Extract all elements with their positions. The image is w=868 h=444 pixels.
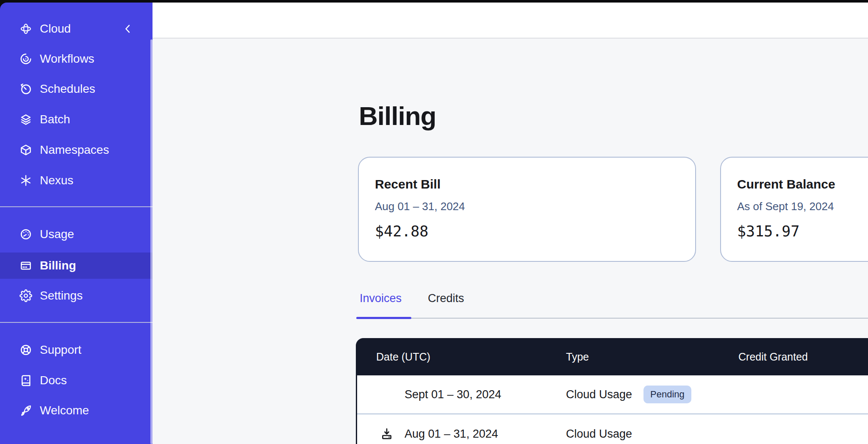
column-header-credit: Credit Granted [738,351,808,363]
current-balance-card: Current Balance As of Sept 19, 2024 $315… [720,157,868,262]
sidebar-item-label: Settings [40,289,83,302]
sidebar-item-welcome[interactable]: Welcome [0,397,153,424]
sidebar-item-label: Batch [40,113,70,126]
sidebar-item-settings[interactable]: Settings [0,283,153,309]
settings-gear-icon [19,289,32,302]
top-header-bar [153,3,868,39]
recent-bill-period: Aug 01 – 31, 2024 [375,200,695,213]
sidebar-item-schedules[interactable]: Schedules [0,76,153,102]
page-title: Billing [359,101,436,131]
docs-book-icon [19,374,32,387]
usage-gauge-icon [19,228,32,241]
schedules-icon [19,83,32,95]
welcome-rocket-icon [19,404,32,417]
current-balance-date: As of Sept 19, 2024 [737,200,868,213]
current-balance-title: Current Balance [737,177,868,191]
sidebar: Cloud Workflows Schedules [0,3,153,444]
invoices-table-header: Date (UTC) Type Credit Granted [356,338,868,375]
sidebar-item-usage[interactable]: Usage [0,221,153,247]
status-badge: Pending [643,386,691,403]
support-lifering-icon [19,344,32,356]
sidebar-scrollbar[interactable] [150,39,153,444]
sidebar-item-label: Cloud [40,22,71,36]
recent-bill-title: Recent Bill [375,177,695,191]
tabs-divider-line [356,318,868,319]
sidebar-item-label: Welcome [40,404,89,417]
column-header-date: Date (UTC) [376,351,430,363]
temporal-logo-icon [19,22,32,35]
active-tab-indicator [356,317,411,319]
namespaces-cube-icon [19,144,32,156]
sidebar-item-namespaces[interactable]: Namespaces [0,137,153,163]
workflows-icon [19,53,32,65]
collapse-sidebar-button[interactable] [122,23,134,35]
recent-bill-card: Recent Bill Aug 01 – 31, 2024 $42.88 [358,157,696,262]
sidebar-item-label: Docs [40,374,67,387]
invoice-type: Cloud Usage [566,427,632,441]
sidebar-item-workflows[interactable]: Workflows [0,46,153,72]
batch-layers-icon [19,113,32,126]
current-balance-amount: $315.97 [737,223,868,240]
recent-bill-amount: $42.88 [375,223,695,240]
sidebar-item-billing[interactable]: Billing [0,253,153,279]
sidebar-item-label: Usage [40,228,74,241]
sidebar-item-docs[interactable]: Docs [0,367,153,394]
table-row: Sept 01 – 30, 2024 Cloud Usage Pending [357,375,868,414]
sidebar-item-label: Support [40,343,81,357]
sidebar-item-cloud[interactable]: Cloud [0,16,153,42]
tab-invoices[interactable]: Invoices [360,291,402,305]
download-icon [380,427,394,441]
sidebar-item-nexus[interactable]: Nexus [0,167,153,194]
sidebar-item-batch[interactable]: Batch [0,106,153,133]
table-row: Aug 01 – 31, 2024 Cloud Usage [357,414,868,444]
sidebar-item-label: Workflows [40,52,94,66]
billing-card-icon [19,259,32,272]
column-header-type: Type [566,351,589,363]
download-invoice-button[interactable] [380,427,394,441]
sidebar-item-label: Namespaces [40,143,109,157]
sidebar-item-label: Schedules [40,82,95,96]
chevron-left-icon [122,23,134,35]
main-content: Billing Recent Bill Aug 01 – 31, 2024 $4… [153,3,868,444]
sidebar-item-label: Billing [40,259,76,272]
invoice-type: Cloud Usage [566,388,632,401]
sidebar-item-support[interactable]: Support [0,337,153,363]
nexus-asterisk-icon [19,174,32,187]
invoices-table: Date (UTC) Type Credit Granted Sept 01 –… [356,338,868,444]
sidebar-divider [0,206,153,207]
invoice-date: Aug 01 – 31, 2024 [405,427,498,441]
tab-credits[interactable]: Credits [428,291,464,305]
invoice-date: Sept 01 – 30, 2024 [405,388,501,401]
sidebar-divider [0,322,153,323]
sidebar-item-label: Nexus [40,174,73,187]
